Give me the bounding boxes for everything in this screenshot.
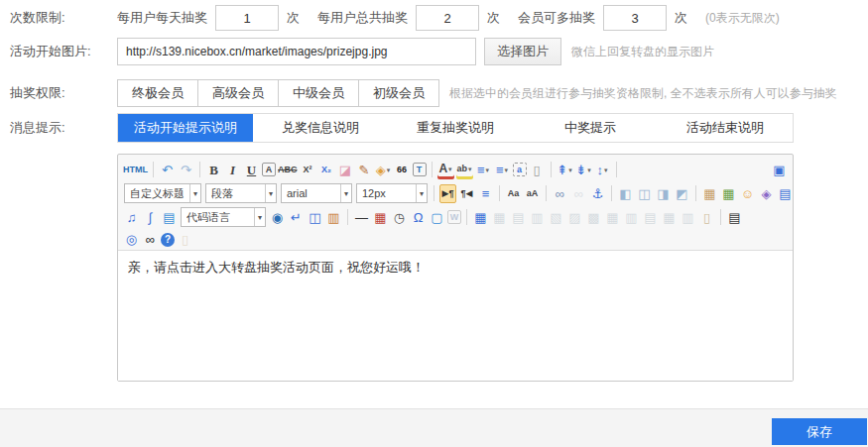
font-color-icon[interactable]: A▾	[437, 161, 454, 179]
unlink-icon[interactable]: ∞	[570, 184, 587, 203]
tab-winning-prompt[interactable]: 中奖提示	[523, 114, 658, 142]
underline-icon[interactable]: U	[243, 161, 260, 179]
choose-image-button[interactable]: 选择图片	[484, 38, 561, 65]
space-below-icon[interactable]: ⇟▾	[575, 161, 592, 179]
chevron-down-icon[interactable]: ▾	[416, 184, 427, 202]
italic-icon[interactable]: I	[224, 161, 241, 179]
editor-content[interactable]: 亲，请点击进入大转盘抽奖活动页面，祝您好运哦！	[118, 251, 793, 381]
uppercase-icon[interactable]: Aa	[505, 184, 522, 203]
image-right-icon[interactable]: ◨	[655, 184, 672, 203]
new-document-icon[interactable]: ▯	[698, 208, 715, 227]
print-icon[interactable]: ▤	[726, 208, 743, 227]
insert-image-icon[interactable]: ▦	[701, 184, 718, 203]
member-group-junior-button[interactable]: 初级会员	[358, 79, 439, 107]
undo-icon[interactable]: ↶	[159, 161, 176, 179]
tab-repeat-draw[interactable]: 重复抽奖说明	[388, 114, 523, 142]
merge-cells-icon[interactable]: ▦	[661, 208, 678, 227]
ltr-paragraph-icon[interactable]: ▶¶	[439, 184, 456, 203]
member-group-senior-button[interactable]: 高级会员	[197, 79, 279, 107]
image-center-icon[interactable]: ◫	[636, 184, 653, 203]
member-group-ultimate-button[interactable]: 终极会员	[117, 79, 198, 107]
lowercase-icon[interactable]: aA	[524, 184, 541, 203]
superscript-icon[interactable]: X²	[300, 161, 316, 179]
word-import-icon[interactable]: W	[447, 210, 461, 224]
split-cells-icon[interactable]: ▥	[680, 208, 696, 227]
find-replace-icon[interactable]: ∞	[142, 230, 159, 249]
insert-table-icon[interactable]: ▦	[472, 208, 489, 227]
insert-columns-icon[interactable]: ◫	[307, 208, 323, 227]
link-icon[interactable]: ∞	[552, 184, 568, 203]
color-style-icon[interactable]: ◈▾	[375, 161, 392, 179]
space-above-icon[interactable]: ⇞▾	[557, 161, 573, 179]
ordered-list-icon[interactable]: ≡▾	[475, 161, 492, 179]
font-family-select[interactable]: arial▾	[281, 183, 352, 203]
html-source-icon[interactable]: HTML	[123, 161, 148, 179]
highlight-color-icon[interactable]: ab▾	[456, 161, 473, 179]
page-break-icon[interactable]: ↵	[288, 208, 305, 227]
insert-date-icon[interactable]: ▦	[372, 208, 389, 227]
delete-row-icon[interactable]: ▩	[585, 208, 602, 227]
format-brush-icon[interactable]: ✎	[356, 161, 373, 179]
chevron-down-icon[interactable]: ▾	[254, 208, 265, 226]
image-url-input[interactable]	[117, 38, 476, 65]
attachment-icon[interactable]: ∫	[142, 208, 159, 227]
delete-table-icon[interactable]: ▦	[491, 208, 508, 227]
edit-comment-icon[interactable]: ▢	[429, 208, 445, 227]
boxed-text-icon[interactable]: A	[262, 163, 276, 176]
insert-row-below-icon[interactable]: ▦	[604, 208, 621, 227]
anchor-text-icon[interactable]: a	[513, 163, 527, 176]
insert-row-above-icon[interactable]: ▧	[548, 208, 564, 227]
chevron-down-icon[interactable]: ▾	[189, 184, 200, 202]
new-page-icon[interactable]: ▯	[529, 161, 546, 179]
font-size-select[interactable]: 12px▾	[356, 183, 428, 203]
text-indent-icon[interactable]: ≡	[477, 184, 494, 203]
unordered-list-icon[interactable]: ≡▾	[494, 161, 511, 179]
save-button[interactable]: 保存	[772, 418, 867, 445]
chevron-down-icon: ▾	[604, 167, 608, 173]
tab-activity-end[interactable]: 活动结束说明	[658, 114, 793, 142]
redo-icon[interactable]: ↷	[178, 161, 194, 179]
image-block-icon[interactable]: ◩	[674, 184, 690, 203]
paint-palette-icon[interactable]: ◈	[758, 184, 775, 203]
cell-props-icon[interactable]: ▥	[529, 208, 546, 227]
insert-file-icon[interactable]: ▤	[161, 208, 178, 227]
code-language-select[interactable]: 代码语言▾	[181, 207, 266, 227]
table-props-icon[interactable]: ▤	[510, 208, 527, 227]
rtl-paragraph-icon[interactable]: ¶◀	[458, 184, 475, 203]
chevron-down-icon[interactable]: ▾	[340, 184, 351, 202]
fullscreen-icon[interactable]: ▣	[771, 161, 788, 179]
total-draw-input[interactable]	[416, 5, 479, 31]
emoticon-icon[interactable]: ☺	[739, 184, 756, 203]
paste-text-icon[interactable]: T	[413, 163, 427, 176]
strikethrough-icon[interactable]: ABC	[278, 161, 298, 179]
image-left-icon[interactable]: ◧	[617, 184, 634, 203]
bold-icon[interactable]: B	[205, 161, 222, 179]
insert-video-icon[interactable]: ▤	[777, 184, 794, 203]
insert-col-left-icon[interactable]: ▨	[566, 208, 583, 227]
blockquote-icon[interactable]: 66	[394, 161, 411, 179]
insert-col-right-icon[interactable]: ▥	[623, 208, 640, 227]
preview-icon[interactable]: ◎	[123, 230, 140, 249]
anchor-icon[interactable]: ⚓	[589, 184, 606, 203]
horizontal-rule-icon[interactable]: —	[353, 208, 370, 227]
insert-template-icon[interactable]: ▥	[325, 208, 342, 227]
member-group-middle-button[interactable]: 中级会员	[278, 79, 359, 107]
member-extra-draw-input[interactable]	[603, 5, 667, 31]
tab-redeem-info[interactable]: 兑奖信息说明	[253, 114, 388, 142]
heading-style-select[interactable]: 自定义标题▾	[124, 183, 201, 203]
insert-music-icon[interactable]: ♫	[123, 208, 140, 227]
chevron-down-icon[interactable]: ▾	[265, 184, 276, 202]
daily-draw-input[interactable]	[215, 5, 279, 31]
upload-image-icon[interactable]: ▦	[720, 184, 737, 203]
insert-time-icon[interactable]: ◷	[391, 208, 408, 227]
tab-activity-start-prompt[interactable]: 活动开始提示说明	[118, 114, 253, 142]
paste-template-icon[interactable]: ▯	[177, 230, 193, 249]
code-block-icon[interactable]: ◉	[269, 208, 286, 227]
eraser-icon[interactable]: ◪	[337, 161, 354, 179]
special-char-icon[interactable]: Ω	[410, 208, 427, 227]
paragraph-select[interactable]: 段落▾	[205, 183, 277, 203]
subscript-icon[interactable]: X₂	[318, 161, 335, 179]
help-icon[interactable]: ?	[161, 233, 175, 247]
line-height-icon[interactable]: ↕▾	[594, 161, 611, 179]
delete-col-icon[interactable]: ▤	[642, 208, 659, 227]
